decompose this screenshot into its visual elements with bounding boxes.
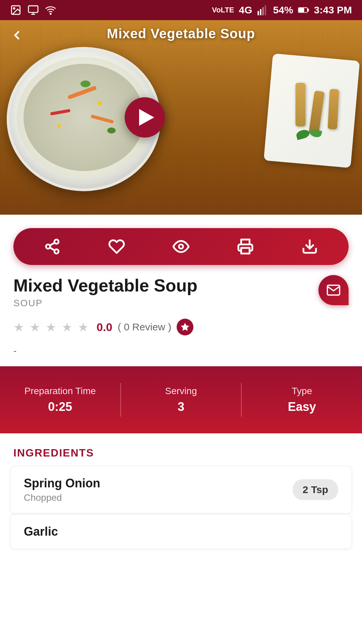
print-icon [237, 238, 254, 255]
svg-rect-12 [299, 8, 304, 12]
prep-time-cell: Preparation Time 0:25 [0, 386, 120, 414]
clock: 3:43 PM [314, 4, 352, 16]
star-2: ★ [29, 320, 43, 334]
prep-time-label: Preparation Time [24, 386, 96, 396]
svg-point-18 [179, 245, 183, 249]
hero-title-text: Mixed Vegetable Soup [107, 26, 255, 41]
wifi-icon [45, 4, 56, 16]
add-review-icon [180, 322, 190, 332]
star-1: ★ [13, 320, 27, 334]
status-icons [10, 4, 56, 16]
svg-rect-11 [307, 9, 309, 11]
ingredient-detail: Chopped [24, 492, 100, 503]
ingredient-info: Spring Onion Chopped [24, 476, 100, 503]
image-icon [10, 4, 21, 16]
svg-rect-8 [262, 7, 263, 15]
serving-label: Serving [165, 386, 197, 396]
print-button[interactable] [232, 233, 259, 260]
recipe-title: Mixed Vegetable Soup [13, 275, 197, 296]
battery-percent: 54% [273, 4, 293, 16]
recipe-category: SOUP [13, 298, 197, 309]
ingredient-quantity: 2 Tsp [293, 479, 338, 500]
ingredient-partial-name: Garlic [24, 525, 338, 539]
rating-score: 0.0 [97, 321, 112, 334]
recipe-header: Mixed Vegetable Soup SOUP [0, 275, 362, 315]
play-button[interactable] [125, 97, 165, 138]
signal-icon [257, 4, 268, 16]
star-4: ★ [62, 320, 75, 334]
side-dish-image [261, 40, 362, 174]
email-button[interactable] [318, 275, 349, 305]
hero-title-bar: Mixed Vegetable Soup [0, 20, 362, 47]
serving-value: 3 [178, 400, 184, 414]
share-icon [44, 238, 61, 255]
status-bar: VoLTE 4G 54% 3:43 PM [0, 0, 362, 20]
info-bar: Preparation Time 0:25 Serving 3 Type Eas… [0, 366, 362, 433]
svg-rect-7 [260, 9, 261, 15]
back-button[interactable] [7, 25, 27, 45]
download-icon [301, 238, 318, 255]
add-review-button[interactable]: + [177, 319, 193, 335]
review-count: ( 0 Review ) [118, 321, 171, 333]
ingredient-item: Spring Onion Chopped 2 Tsp [10, 466, 352, 514]
network-type: VoLTE [212, 6, 234, 14]
rating-row: ★ ★ ★ ★ ★ 0.0 ( 0 Review ) + [0, 315, 362, 342]
status-info: VoLTE 4G 54% 3:43 PM [212, 4, 352, 16]
description-dash: - [0, 342, 362, 366]
star-3: ★ [46, 320, 59, 334]
svg-point-5 [50, 13, 51, 14]
favorite-button[interactable] [103, 233, 130, 260]
download-button[interactable] [296, 233, 323, 260]
type-cell: Type Easy [242, 386, 362, 414]
view-button[interactable] [168, 233, 194, 260]
screen-icon [27, 4, 39, 16]
svg-marker-21 [181, 323, 189, 331]
battery-icon [298, 6, 309, 14]
action-bar [13, 228, 349, 265]
play-icon [139, 109, 154, 126]
recipe-title-block: Mixed Vegetable Soup SOUP [13, 275, 197, 309]
type-label: Type [292, 386, 312, 396]
svg-line-16 [50, 248, 55, 250]
email-icon [326, 283, 341, 298]
star-5: ★ [78, 320, 91, 334]
svg-rect-9 [264, 5, 266, 15]
prep-time-value: 0:25 [48, 400, 72, 414]
svg-rect-19 [241, 248, 250, 254]
hero-image: Mixed Vegetable Soup [0, 20, 362, 215]
svg-rect-6 [257, 11, 259, 15]
share-button[interactable] [39, 233, 66, 260]
heart-icon [108, 238, 125, 255]
serving-cell: Serving 3 [121, 386, 241, 414]
svg-line-17 [50, 243, 55, 246]
ingredient-partial-item: Garlic [10, 514, 352, 549]
eye-icon [173, 238, 189, 255]
network-4g: 4G [239, 4, 252, 16]
star-rating: ★ ★ ★ ★ ★ [13, 320, 91, 334]
ingredient-name: Spring Onion [24, 476, 100, 490]
ingredients-section-label: INGREDIENTS [0, 433, 362, 466]
svg-point-1 [13, 8, 15, 9]
svg-rect-2 [28, 6, 38, 12]
type-value: Easy [288, 400, 316, 414]
